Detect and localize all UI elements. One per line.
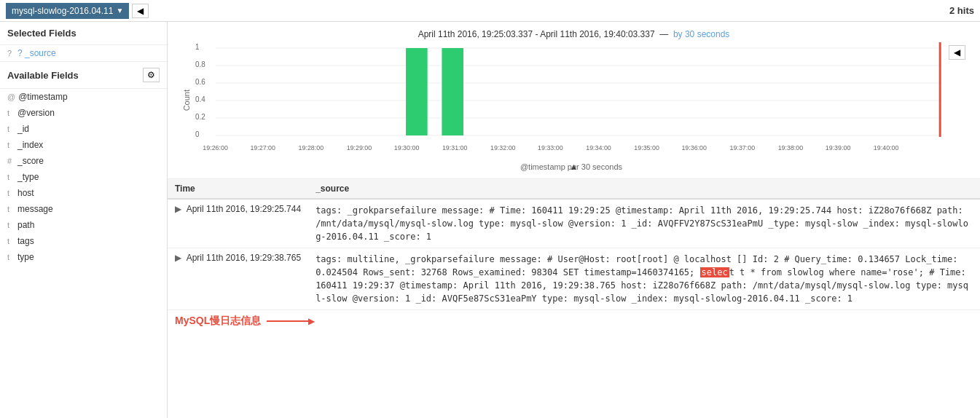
chart-x-label: @timestamp per 30 seconds: [194, 162, 949, 171]
type-icon: t: [7, 221, 15, 229]
svg-text:19:35:00: 19:35:00: [634, 144, 659, 151]
sidebar-item-_index[interactable]: t _index: [0, 137, 167, 153]
results-container: Time _source ▶ April 11th 2016, 19:29:25…: [168, 179, 980, 418]
svg-text:0.6: 0.6: [195, 78, 205, 86]
sidebar-item-host[interactable]: t host: [0, 185, 167, 201]
svg-text:19:38:00: 19:38:00: [778, 144, 804, 151]
annotation: MySQL慢日志信息 ▶: [168, 310, 980, 332]
svg-text:19:37:00: 19:37:00: [730, 144, 756, 151]
sidebar: Selected Fields ? ? _source Available Fi…: [0, 22, 168, 418]
source-label: ? _source: [17, 48, 160, 58]
chart-container: April 11th 2016, 19:25:03.337 - April 11…: [168, 22, 980, 179]
sidebar-item-@version[interactable]: t @version: [0, 105, 167, 121]
field-label: host: [17, 188, 160, 198]
sidebar-fields-list: @ @timestamp t @version t _id t _index #…: [0, 89, 167, 265]
available-fields-header: Available Fields ⚙: [0, 61, 167, 89]
col-time: Time: [168, 179, 308, 199]
sidebar-item-path[interactable]: t path: [0, 217, 167, 233]
field-label: _type: [17, 172, 160, 182]
svg-text:0: 0: [195, 130, 200, 138]
field-label: type: [17, 252, 160, 262]
expand-button[interactable]: ▶: [175, 204, 181, 214]
svg-text:19:32:00: 19:32:00: [490, 144, 516, 151]
index-name: mysql-slowlog-2016.04.11: [12, 6, 113, 16]
type-icon: @: [7, 92, 15, 101]
svg-text:1: 1: [195, 43, 200, 51]
available-fields-title: Available Fields: [7, 70, 79, 81]
source-cell: tags: _grokparsefailure message: # Time:…: [308, 199, 980, 248]
sidebar-item-_type[interactable]: t _type: [0, 169, 167, 185]
field-label: @version: [17, 108, 160, 118]
chart-wrapper: Count 1 0.8 0.6 0.4 0.2 0: [182, 42, 965, 159]
sidebar-item-_score[interactable]: # _score: [0, 153, 167, 169]
svg-text:19:39:00: 19:39:00: [826, 144, 851, 151]
question-icon: ?: [7, 49, 15, 58]
svg-rect-12: [406, 48, 428, 135]
svg-text:19:31:00: 19:31:00: [442, 144, 468, 151]
svg-text:0.2: 0.2: [195, 113, 205, 121]
hits-badge: 2 hits: [949, 5, 974, 16]
content-area: April 11th 2016, 19:25:03.337 - April 11…: [168, 22, 980, 418]
chart-svg: 1 0.8 0.6 0.4 0.2 0: [194, 42, 949, 159]
sidebar-item-@timestamp[interactable]: @ @timestamp: [0, 89, 167, 105]
svg-text:0.8: 0.8: [195, 60, 205, 68]
svg-text:19:29:00: 19:29:00: [347, 144, 372, 151]
type-icon: t: [7, 205, 15, 213]
type-icon: t: [7, 125, 15, 133]
field-label: tags: [17, 236, 160, 246]
main-container: Selected Fields ? ? _source Available Fi…: [0, 22, 980, 418]
field-label: _score: [17, 156, 160, 166]
type-icon: t: [7, 189, 15, 197]
type-icon: t: [7, 141, 15, 149]
top-bar: mysql-slowlog-2016.04.11 ▼ ◀ 2 hits: [0, 0, 980, 22]
annotation-arrow-icon: ▶: [267, 320, 310, 322]
sidebar-item-tags[interactable]: t tags: [0, 233, 167, 249]
type-icon: t: [7, 253, 15, 261]
svg-text:19:36:00: 19:36:00: [681, 144, 707, 151]
table-row: ▶ April 11th 2016, 19:29:25.744 tags: _g…: [168, 199, 980, 248]
type-icon: t: [7, 109, 15, 117]
field-label: _index: [17, 140, 160, 150]
type-icon: #: [7, 157, 15, 165]
selected-fields-title: Selected Fields: [0, 22, 167, 45]
svg-text:19:26:00: 19:26:00: [203, 144, 228, 151]
field-label: path: [17, 220, 160, 230]
chart-y-label: Count: [182, 90, 191, 111]
col-source: _source: [308, 179, 980, 199]
chart-expand-button[interactable]: ◀: [949, 45, 965, 60]
top-bar-left: mysql-slowlog-2016.04.11 ▼ ◀: [6, 3, 149, 19]
time-cell: ▶ April 11th 2016, 19:29:25.744: [168, 199, 308, 248]
sidebar-item-_id[interactable]: t _id: [0, 121, 167, 137]
type-icon: t: [7, 173, 15, 181]
results-table: Time _source ▶ April 11th 2016, 19:29:25…: [168, 179, 980, 310]
results-tbody: ▶ April 11th 2016, 19:29:25.744 tags: _g…: [168, 199, 980, 310]
field-label: _id: [17, 124, 160, 134]
svg-text:19:30:00: 19:30:00: [394, 144, 420, 151]
sidebar-item-message[interactable]: t message: [0, 201, 167, 217]
svg-text:19:27:00: 19:27:00: [250, 144, 275, 151]
gear-button[interactable]: ⚙: [143, 68, 160, 82]
chart-inner: 1 0.8 0.6 0.4 0.2 0: [194, 42, 949, 159]
index-selector[interactable]: mysql-slowlog-2016.04.11 ▼: [6, 3, 129, 19]
sidebar-item-type[interactable]: t type: [0, 249, 167, 265]
annotation-area: MySQL慢日志信息 ▶: [168, 310, 980, 339]
svg-text:19:40:00: 19:40:00: [874, 144, 899, 151]
type-icon: t: [7, 237, 15, 245]
time-cell: ▶ April 11th 2016, 19:29:38.765: [168, 248, 308, 310]
field-label: message: [17, 204, 160, 214]
svg-text:19:34:00: 19:34:00: [586, 144, 611, 151]
svg-text:0.4: 0.4: [195, 95, 205, 103]
expand-button[interactable]: ▶: [175, 253, 181, 263]
svg-rect-13: [442, 48, 463, 135]
sidebar-collapse-button[interactable]: ◀: [132, 4, 149, 18]
annotation-text: MySQL慢日志信息: [175, 315, 261, 328]
field-label: @timestamp: [18, 92, 160, 102]
svg-text:19:33:00: 19:33:00: [538, 144, 563, 151]
chart-title: April 11th 2016, 19:25:03.337 - April 11…: [182, 29, 965, 39]
chart-time-range: April 11th 2016, 19:25:03.337 - April 11…: [418, 29, 655, 39]
svg-text:19:28:00: 19:28:00: [299, 144, 324, 151]
source-cell: tags: multiline, _grokparsefailure messa…: [308, 248, 980, 310]
sidebar-item-source[interactable]: ? ? _source: [0, 45, 167, 61]
table-row: ▶ April 11th 2016, 19:29:38.765 tags: mu…: [168, 248, 980, 310]
chart-interval-link[interactable]: by 30 seconds: [673, 29, 729, 39]
